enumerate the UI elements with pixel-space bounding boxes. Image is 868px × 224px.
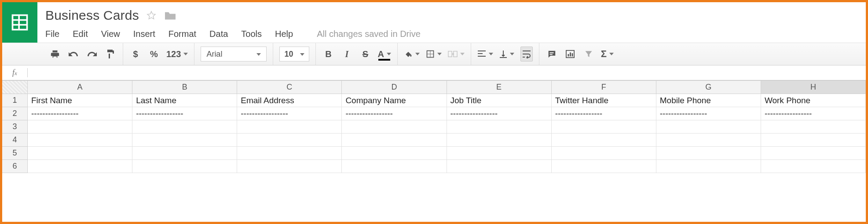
- row-header[interactable]: 5: [2, 147, 28, 160]
- menu-help[interactable]: Help: [275, 29, 293, 39]
- cell[interactable]: [237, 120, 342, 134]
- spreadsheet-grid[interactable]: ABCDEFGH1First NameLast NameEmail Addres…: [2, 80, 866, 173]
- app-logo[interactable]: [2, 2, 37, 43]
- cell[interactable]: [342, 134, 447, 147]
- cell[interactable]: First Name: [28, 94, 132, 107]
- print-icon[interactable]: [49, 47, 61, 61]
- cell[interactable]: [132, 147, 237, 160]
- cell[interactable]: Job Title: [447, 94, 552, 107]
- cell[interactable]: [447, 147, 552, 160]
- row-header[interactable]: 6: [2, 160, 28, 173]
- cell[interactable]: [761, 160, 866, 173]
- cell[interactable]: -----------------: [132, 107, 237, 120]
- redo-icon[interactable]: [86, 47, 98, 61]
- format-currency-button[interactable]: $: [129, 47, 142, 61]
- star-icon[interactable]: [146, 10, 157, 21]
- cell[interactable]: [132, 120, 237, 134]
- formula-input[interactable]: [28, 65, 866, 80]
- cell[interactable]: -----------------: [342, 107, 447, 120]
- menu-view[interactable]: View: [101, 29, 120, 39]
- menu-tools[interactable]: Tools: [241, 29, 262, 39]
- text-wrap-button[interactable]: [520, 47, 533, 61]
- cell[interactable]: Work Phone: [761, 94, 866, 107]
- menu-format[interactable]: Format: [168, 29, 196, 39]
- cell[interactable]: [656, 134, 761, 147]
- cell[interactable]: [552, 147, 656, 160]
- cell[interactable]: [656, 120, 761, 134]
- more-formats-button[interactable]: 123: [166, 47, 188, 61]
- cell[interactable]: -----------------: [447, 107, 552, 120]
- font-family-select[interactable]: Arial: [201, 47, 267, 61]
- document-title[interactable]: Business Cards: [45, 8, 139, 23]
- cell[interactable]: [28, 147, 132, 160]
- folder-icon[interactable]: [164, 10, 177, 21]
- format-percent-button[interactable]: %: [148, 47, 160, 61]
- menu-insert[interactable]: Insert: [133, 29, 155, 39]
- cell[interactable]: [447, 134, 552, 147]
- cell[interactable]: -----------------: [552, 107, 656, 120]
- column-header[interactable]: A: [28, 81, 132, 94]
- cell[interactable]: [552, 160, 656, 173]
- cell[interactable]: [656, 160, 761, 173]
- cell[interactable]: [28, 160, 132, 173]
- cell[interactable]: [342, 160, 447, 173]
- cell[interactable]: [761, 134, 866, 147]
- cell[interactable]: -----------------: [237, 107, 342, 120]
- borders-button[interactable]: [426, 47, 442, 61]
- horizontal-align-button[interactable]: [477, 47, 493, 61]
- italic-button[interactable]: I: [341, 47, 353, 61]
- undo-icon[interactable]: [67, 47, 80, 61]
- column-header[interactable]: D: [342, 81, 447, 94]
- cell[interactable]: -----------------: [28, 107, 132, 120]
- functions-button[interactable]: Σ: [601, 47, 614, 61]
- cell[interactable]: Email Address: [237, 94, 342, 107]
- cell[interactable]: [656, 147, 761, 160]
- cell[interactable]: [552, 134, 656, 147]
- row-header[interactable]: 1: [2, 94, 28, 107]
- paint-format-icon[interactable]: [104, 47, 117, 61]
- cell[interactable]: [342, 147, 447, 160]
- cell[interactable]: [237, 160, 342, 173]
- insert-comment-icon[interactable]: [546, 47, 558, 61]
- column-header[interactable]: E: [447, 81, 552, 94]
- cell[interactable]: Last Name: [132, 94, 237, 107]
- cell[interactable]: Company Name: [342, 94, 447, 107]
- cell[interactable]: -----------------: [761, 107, 866, 120]
- cell[interactable]: [761, 147, 866, 160]
- cell[interactable]: [132, 160, 237, 173]
- menu-edit[interactable]: Edit: [73, 29, 88, 39]
- strikethrough-button[interactable]: S: [359, 47, 371, 61]
- merge-cells-button[interactable]: [448, 47, 465, 61]
- cell[interactable]: -----------------: [656, 107, 761, 120]
- insert-chart-icon[interactable]: [564, 47, 576, 61]
- vertical-align-button[interactable]: [499, 47, 514, 61]
- cell[interactable]: [132, 134, 237, 147]
- column-header[interactable]: B: [132, 81, 237, 94]
- menu-file[interactable]: File: [45, 29, 59, 39]
- row-header[interactable]: 2: [2, 107, 28, 120]
- cell[interactable]: Twitter Handle: [552, 94, 656, 107]
- column-header[interactable]: C: [237, 81, 342, 94]
- column-header[interactable]: G: [656, 81, 761, 94]
- column-header[interactable]: H: [761, 81, 866, 94]
- cell[interactable]: [447, 160, 552, 173]
- select-all-corner[interactable]: [2, 81, 28, 94]
- cell[interactable]: [237, 134, 342, 147]
- column-header[interactable]: F: [552, 81, 656, 94]
- font-size-select[interactable]: 10: [279, 47, 309, 61]
- cell[interactable]: [28, 134, 132, 147]
- bold-button[interactable]: B: [322, 47, 334, 61]
- cell[interactable]: [552, 120, 656, 134]
- filter-icon[interactable]: [582, 47, 595, 61]
- cell[interactable]: Mobile Phone: [656, 94, 761, 107]
- text-color-button[interactable]: A: [377, 47, 391, 61]
- cell[interactable]: [342, 120, 447, 134]
- cell[interactable]: [447, 120, 552, 134]
- menu-data[interactable]: Data: [209, 29, 228, 39]
- fill-color-button[interactable]: [404, 47, 420, 61]
- cell[interactable]: [28, 120, 132, 134]
- cell[interactable]: [761, 120, 866, 134]
- cell[interactable]: [237, 147, 342, 160]
- row-header[interactable]: 4: [2, 134, 28, 147]
- row-header[interactable]: 3: [2, 120, 28, 134]
